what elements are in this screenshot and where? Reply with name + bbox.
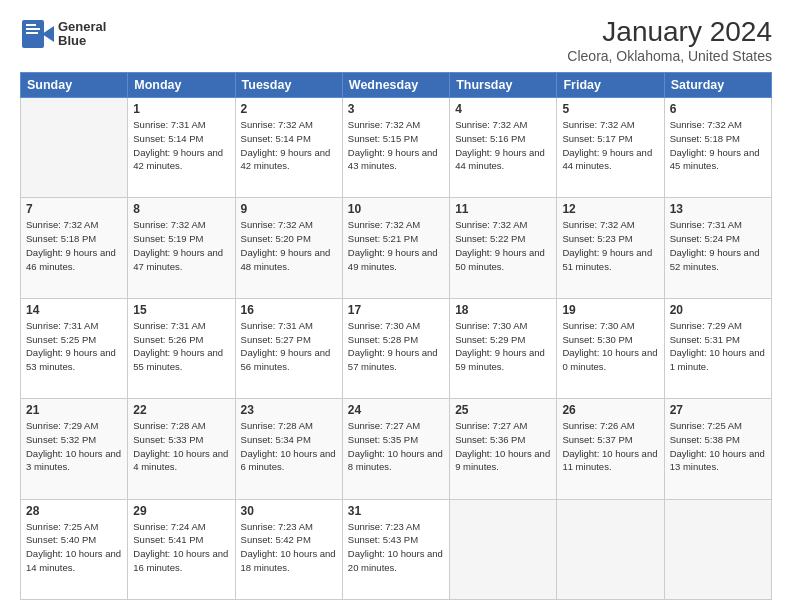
day-info: Sunrise: 7:31 AMSunset: 5:14 PMDaylight:… xyxy=(133,118,229,173)
day-number: 13 xyxy=(670,202,766,216)
calendar-cell: 18Sunrise: 7:30 AMSunset: 5:29 PMDayligh… xyxy=(450,298,557,398)
calendar-cell: 3Sunrise: 7:32 AMSunset: 5:15 PMDaylight… xyxy=(342,98,449,198)
calendar-cell: 13Sunrise: 7:31 AMSunset: 5:24 PMDayligh… xyxy=(664,198,771,298)
day-info: Sunrise: 7:32 AMSunset: 5:21 PMDaylight:… xyxy=(348,218,444,273)
day-info: Sunrise: 7:32 AMSunset: 5:20 PMDaylight:… xyxy=(241,218,337,273)
calendar-cell: 25Sunrise: 7:27 AMSunset: 5:36 PMDayligh… xyxy=(450,399,557,499)
day-info: Sunrise: 7:27 AMSunset: 5:36 PMDaylight:… xyxy=(455,419,551,474)
subtitle: Cleora, Oklahoma, United States xyxy=(567,48,772,64)
calendar-cell xyxy=(21,98,128,198)
day-info: Sunrise: 7:31 AMSunset: 5:24 PMDaylight:… xyxy=(670,218,766,273)
calendar-cell: 30Sunrise: 7:23 AMSunset: 5:42 PMDayligh… xyxy=(235,499,342,599)
day-number: 19 xyxy=(562,303,658,317)
logo-icon xyxy=(20,16,56,52)
calendar-cell: 21Sunrise: 7:29 AMSunset: 5:32 PMDayligh… xyxy=(21,399,128,499)
calendar-cell xyxy=(557,499,664,599)
day-number: 3 xyxy=(348,102,444,116)
day-number: 9 xyxy=(241,202,337,216)
day-number: 12 xyxy=(562,202,658,216)
calendar-cell: 16Sunrise: 7:31 AMSunset: 5:27 PMDayligh… xyxy=(235,298,342,398)
calendar-week-row: 1Sunrise: 7:31 AMSunset: 5:14 PMDaylight… xyxy=(21,98,772,198)
day-number: 7 xyxy=(26,202,122,216)
calendar-cell: 1Sunrise: 7:31 AMSunset: 5:14 PMDaylight… xyxy=(128,98,235,198)
calendar-cell: 12Sunrise: 7:32 AMSunset: 5:23 PMDayligh… xyxy=(557,198,664,298)
day-info: Sunrise: 7:25 AMSunset: 5:38 PMDaylight:… xyxy=(670,419,766,474)
calendar-cell: 6Sunrise: 7:32 AMSunset: 5:18 PMDaylight… xyxy=(664,98,771,198)
calendar-cell xyxy=(664,499,771,599)
calendar-cell: 19Sunrise: 7:30 AMSunset: 5:30 PMDayligh… xyxy=(557,298,664,398)
calendar-day-header: Sunday xyxy=(21,73,128,98)
day-number: 1 xyxy=(133,102,229,116)
calendar-day-header: Wednesday xyxy=(342,73,449,98)
day-info: Sunrise: 7:26 AMSunset: 5:37 PMDaylight:… xyxy=(562,419,658,474)
day-info: Sunrise: 7:28 AMSunset: 5:34 PMDaylight:… xyxy=(241,419,337,474)
day-number: 26 xyxy=(562,403,658,417)
day-info: Sunrise: 7:31 AMSunset: 5:27 PMDaylight:… xyxy=(241,319,337,374)
calendar-cell: 20Sunrise: 7:29 AMSunset: 5:31 PMDayligh… xyxy=(664,298,771,398)
day-info: Sunrise: 7:32 AMSunset: 5:14 PMDaylight:… xyxy=(241,118,337,173)
calendar-cell: 22Sunrise: 7:28 AMSunset: 5:33 PMDayligh… xyxy=(128,399,235,499)
day-number: 30 xyxy=(241,504,337,518)
day-info: Sunrise: 7:32 AMSunset: 5:18 PMDaylight:… xyxy=(670,118,766,173)
calendar-cell: 17Sunrise: 7:30 AMSunset: 5:28 PMDayligh… xyxy=(342,298,449,398)
day-number: 14 xyxy=(26,303,122,317)
day-number: 17 xyxy=(348,303,444,317)
day-number: 10 xyxy=(348,202,444,216)
day-info: Sunrise: 7:32 AMSunset: 5:23 PMDaylight:… xyxy=(562,218,658,273)
day-number: 24 xyxy=(348,403,444,417)
day-number: 6 xyxy=(670,102,766,116)
day-info: Sunrise: 7:29 AMSunset: 5:31 PMDaylight:… xyxy=(670,319,766,374)
day-number: 27 xyxy=(670,403,766,417)
calendar-cell: 15Sunrise: 7:31 AMSunset: 5:26 PMDayligh… xyxy=(128,298,235,398)
day-info: Sunrise: 7:30 AMSunset: 5:30 PMDaylight:… xyxy=(562,319,658,374)
svg-rect-1 xyxy=(26,24,36,26)
calendar-week-row: 21Sunrise: 7:29 AMSunset: 5:32 PMDayligh… xyxy=(21,399,772,499)
day-number: 18 xyxy=(455,303,551,317)
day-number: 8 xyxy=(133,202,229,216)
day-number: 23 xyxy=(241,403,337,417)
day-info: Sunrise: 7:32 AMSunset: 5:17 PMDaylight:… xyxy=(562,118,658,173)
calendar-cell: 24Sunrise: 7:27 AMSunset: 5:35 PMDayligh… xyxy=(342,399,449,499)
day-number: 25 xyxy=(455,403,551,417)
day-info: Sunrise: 7:30 AMSunset: 5:29 PMDaylight:… xyxy=(455,319,551,374)
day-info: Sunrise: 7:25 AMSunset: 5:40 PMDaylight:… xyxy=(26,520,122,575)
day-number: 4 xyxy=(455,102,551,116)
calendar-cell: 26Sunrise: 7:26 AMSunset: 5:37 PMDayligh… xyxy=(557,399,664,499)
calendar-cell: 2Sunrise: 7:32 AMSunset: 5:14 PMDaylight… xyxy=(235,98,342,198)
calendar-week-row: 7Sunrise: 7:32 AMSunset: 5:18 PMDaylight… xyxy=(21,198,772,298)
calendar-cell xyxy=(450,499,557,599)
calendar-cell: 5Sunrise: 7:32 AMSunset: 5:17 PMDaylight… xyxy=(557,98,664,198)
day-info: Sunrise: 7:30 AMSunset: 5:28 PMDaylight:… xyxy=(348,319,444,374)
day-info: Sunrise: 7:29 AMSunset: 5:32 PMDaylight:… xyxy=(26,419,122,474)
calendar-cell: 11Sunrise: 7:32 AMSunset: 5:22 PMDayligh… xyxy=(450,198,557,298)
calendar-cell: 14Sunrise: 7:31 AMSunset: 5:25 PMDayligh… xyxy=(21,298,128,398)
day-number: 28 xyxy=(26,504,122,518)
svg-rect-2 xyxy=(26,28,40,30)
calendar-cell: 10Sunrise: 7:32 AMSunset: 5:21 PMDayligh… xyxy=(342,198,449,298)
calendar-week-row: 28Sunrise: 7:25 AMSunset: 5:40 PMDayligh… xyxy=(21,499,772,599)
day-info: Sunrise: 7:23 AMSunset: 5:43 PMDaylight:… xyxy=(348,520,444,575)
day-number: 11 xyxy=(455,202,551,216)
header: General Blue January 2024 Cleora, Oklaho… xyxy=(20,16,772,64)
day-number: 22 xyxy=(133,403,229,417)
day-number: 2 xyxy=(241,102,337,116)
title-block: January 2024 Cleora, Oklahoma, United St… xyxy=(567,16,772,64)
day-info: Sunrise: 7:28 AMSunset: 5:33 PMDaylight:… xyxy=(133,419,229,474)
calendar-cell: 27Sunrise: 7:25 AMSunset: 5:38 PMDayligh… xyxy=(664,399,771,499)
svg-rect-3 xyxy=(26,32,38,34)
day-info: Sunrise: 7:32 AMSunset: 5:18 PMDaylight:… xyxy=(26,218,122,273)
day-number: 20 xyxy=(670,303,766,317)
day-number: 15 xyxy=(133,303,229,317)
calendar-cell: 8Sunrise: 7:32 AMSunset: 5:19 PMDaylight… xyxy=(128,198,235,298)
day-info: Sunrise: 7:27 AMSunset: 5:35 PMDaylight:… xyxy=(348,419,444,474)
calendar-cell: 7Sunrise: 7:32 AMSunset: 5:18 PMDaylight… xyxy=(21,198,128,298)
day-number: 5 xyxy=(562,102,658,116)
day-number: 31 xyxy=(348,504,444,518)
day-info: Sunrise: 7:31 AMSunset: 5:26 PMDaylight:… xyxy=(133,319,229,374)
page: General Blue January 2024 Cleora, Oklaho… xyxy=(0,0,792,612)
calendar-week-row: 14Sunrise: 7:31 AMSunset: 5:25 PMDayligh… xyxy=(21,298,772,398)
calendar-cell: 9Sunrise: 7:32 AMSunset: 5:20 PMDaylight… xyxy=(235,198,342,298)
calendar-header-row: SundayMondayTuesdayWednesdayThursdayFrid… xyxy=(21,73,772,98)
day-info: Sunrise: 7:24 AMSunset: 5:41 PMDaylight:… xyxy=(133,520,229,575)
calendar-cell: 29Sunrise: 7:24 AMSunset: 5:41 PMDayligh… xyxy=(128,499,235,599)
